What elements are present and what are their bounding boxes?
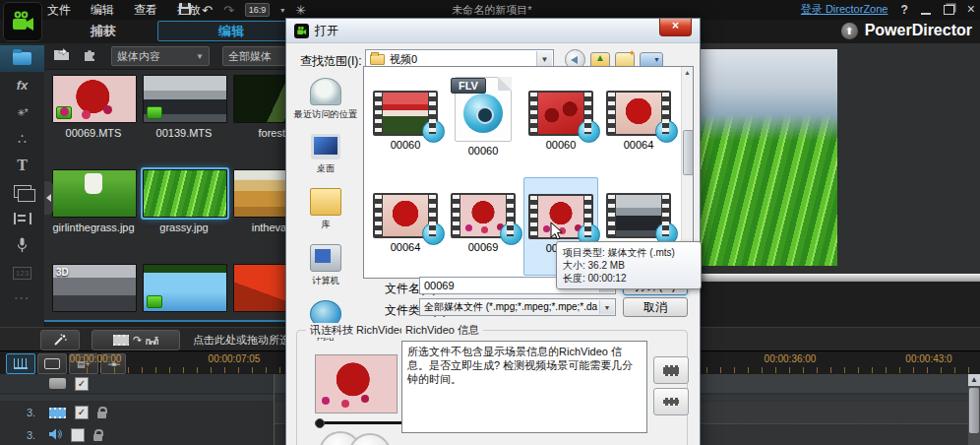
- file-item[interactable]: 00069: [446, 177, 521, 276]
- media-thumbnail[interactable]: [233, 169, 285, 218]
- media-thumbnail[interactable]: [52, 75, 137, 123]
- file-item[interactable]: 00060: [523, 75, 598, 173]
- media-thumbnail[interactable]: [143, 264, 227, 312]
- hd-quality-badge-icon: [147, 295, 162, 308]
- file-item[interactable]: 00060: [368, 75, 443, 173]
- save-icon[interactable]: [179, 3, 191, 18]
- media-thumbnail[interactable]: [143, 169, 227, 218]
- dialog-titlebar[interactable]: 打开: [286, 19, 700, 43]
- restore-button[interactable]: [944, 5, 954, 15]
- film-reel-icon: [463, 94, 503, 133]
- timeline-vertical-scrollbar[interactable]: ▲: [968, 374, 980, 445]
- scroll-up-arrow-icon[interactable]: ▲: [968, 374, 980, 386]
- tab-capture[interactable]: 捕获: [49, 23, 157, 40]
- hd-quality-badge-icon: [147, 106, 162, 119]
- panel-collapse-handle[interactable]: [44, 181, 53, 215]
- media-thumbnail[interactable]: 3D: [52, 264, 137, 312]
- title-room-button[interactable]: [0, 152, 44, 178]
- dialog-close-button[interactable]: [659, 19, 692, 36]
- insert-to-timeline-button[interactable]: ↷: [92, 330, 180, 350]
- track-enable-checkbox[interactable]: [71, 428, 85, 442]
- plugin-icon[interactable]: [83, 47, 98, 66]
- tooltip-line: 大小: 36.2 MB: [563, 259, 695, 272]
- library-filter-dropdown[interactable]: 全部媒体▼: [222, 46, 285, 66]
- lock-icon[interactable]: [97, 412, 106, 418]
- chevron-down-icon[interactable]: ▼: [599, 300, 614, 314]
- media-reel-badge-icon: [500, 222, 522, 245]
- timeline-view-button[interactable]: [6, 353, 35, 374]
- help-button[interactable]: ?: [900, 3, 907, 17]
- library-item[interactable]: 00139.MTS: [143, 75, 225, 139]
- audio-mixing-room-button[interactable]: [0, 205, 44, 231]
- undo-icon[interactable]: ↶: [202, 3, 213, 18]
- edit-scenes-button[interactable]: [653, 388, 689, 415]
- effect-room-button[interactable]: [0, 72, 44, 98]
- media-thumbnail[interactable]: [233, 264, 285, 312]
- scroll-up-arrow-icon[interactable]: ▲: [682, 67, 693, 78]
- filetype-combobox[interactable]: 全部媒体文件 (*.mpg;*.mpeg;*.mpe;*.da ▼: [419, 298, 616, 316]
- library-item[interactable]: girlinthegrass.jpg: [52, 169, 135, 233]
- thumbnail-image: [383, 93, 428, 134]
- menu-item[interactable]: 查看: [134, 2, 157, 19]
- library-content-dropdown[interactable]: 媒体内容▼: [111, 46, 210, 66]
- lock-icon[interactable]: [93, 434, 102, 441]
- cancel-button[interactable]: 取消: [623, 297, 688, 317]
- chapter-room-button[interactable]: [0, 258, 44, 285]
- file-item[interactable]: 00064: [368, 177, 443, 276]
- media-thumbnail[interactable]: [52, 169, 137, 218]
- transition-room-button[interactable]: [0, 178, 44, 205]
- video-file-thumbnail: [528, 91, 593, 136]
- place-item-desktop[interactable]: 桌面: [292, 134, 359, 175]
- import-media-icon[interactable]: [53, 47, 70, 65]
- track-number: 3.: [27, 407, 40, 418]
- menu-item[interactable]: 编辑: [91, 2, 114, 19]
- library-item[interactable]: forest.j: [233, 75, 285, 139]
- place-item-libraries[interactable]: 库: [292, 188, 359, 231]
- close-button[interactable]: [967, 3, 975, 17]
- libraries-icon: [310, 188, 341, 216]
- redo-icon[interactable]: ↷: [223, 3, 234, 18]
- track-enable-checkbox[interactable]: ✓: [75, 377, 89, 391]
- horizontal-splitter[interactable]: [695, 274, 980, 282]
- minimize-button[interactable]: [921, 4, 931, 15]
- library-item[interactable]: [233, 264, 285, 316]
- richvideo-seek-slider[interactable]: [315, 421, 407, 424]
- aspect-ratio-selector[interactable]: 16:9: [245, 3, 271, 17]
- subtitle-room-button[interactable]: [0, 285, 44, 311]
- file-item[interactable]: 00064: [601, 75, 676, 173]
- track-enable-checkbox[interactable]: ✓: [75, 406, 89, 419]
- detect-scenes-button[interactable]: [653, 356, 689, 384]
- aspect-ratio-caret-icon[interactable]: ▾: [280, 6, 284, 15]
- fx-icon: [17, 78, 29, 93]
- library-item[interactable]: 3D: [52, 264, 135, 316]
- place-item-computer[interactable]: 计算机: [292, 244, 359, 287]
- menu-item[interactable]: 文件: [47, 2, 71, 19]
- lookin-value: 视频0: [390, 52, 417, 67]
- directorzone-login-link[interactable]: 登录 DirectorZone: [801, 2, 888, 17]
- file-item[interactable]: FLV00060: [446, 75, 521, 173]
- richvideo-group-label: 讯连科技 RichVideo: [306, 323, 409, 338]
- particle-room-button[interactable]: [0, 125, 44, 152]
- video-file-thumbnail: [373, 193, 438, 238]
- library-item[interactable]: 00069.MTS: [52, 75, 135, 139]
- library-item[interactable]: grassy.jpg: [143, 169, 225, 233]
- magic-tools-button[interactable]: [40, 330, 80, 350]
- pip-objects-room-button[interactable]: [0, 98, 44, 125]
- place-item-recent-places[interactable]: 最近访问的位置: [292, 78, 359, 121]
- menubar: 文件编辑查看播放: [47, 0, 201, 20]
- voiceover-room-button[interactable]: [0, 231, 44, 258]
- media-thumbnail[interactable]: [143, 75, 227, 123]
- scrollbar-thumb[interactable]: [969, 388, 979, 433]
- richvideo-stop-button[interactable]: [348, 433, 392, 445]
- library-item[interactable]: [143, 264, 225, 316]
- tab-edit[interactable]: 编辑: [157, 21, 305, 41]
- media-room-button[interactable]: [0, 45, 44, 72]
- track-number: 3.: [27, 429, 40, 441]
- library-item[interactable]: inthevalle: [233, 169, 285, 233]
- hd-quality-badge-icon: [56, 106, 72, 119]
- settings-gear-icon[interactable]: ✳: [295, 3, 306, 18]
- scrollbar-thumb[interactable]: [683, 130, 694, 175]
- media-thumbnail[interactable]: [233, 75, 285, 123]
- media-thumbnail-grid: 00069.MTS00139.MTSforest.jgirlinthegrass…: [44, 69, 285, 320]
- track-header-row: [0, 395, 274, 401]
